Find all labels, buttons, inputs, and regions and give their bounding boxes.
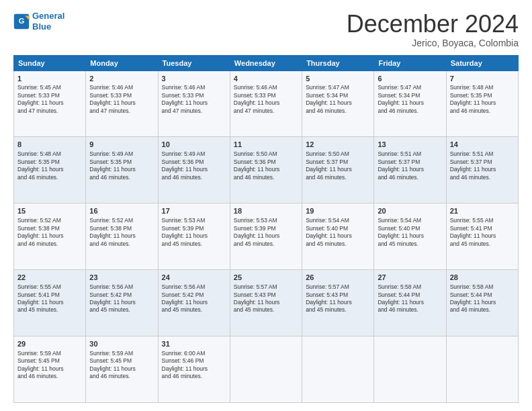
day-info: Daylight: 11 hours (378, 166, 442, 173)
day-info: Sunrise: 5:59 AM (89, 350, 154, 357)
calendar-table: SundayMondayTuesdayWednesdayThursdayFrid… (13, 55, 519, 403)
day-info: and 45 minutes. (306, 240, 370, 248)
day-info: Sunset: 5:44 PM (450, 291, 515, 299)
calendar-cell: 30Sunrise: 5:59 AMSunset: 5:45 PMDayligh… (86, 336, 158, 403)
calendar-cell (374, 336, 446, 403)
calendar-cell (302, 336, 374, 403)
calendar-cell: 24Sunrise: 5:56 AMSunset: 5:42 PMDayligh… (158, 270, 230, 336)
day-info: Daylight: 11 hours (17, 99, 82, 107)
day-info: Sunset: 5:40 PM (306, 225, 370, 232)
calendar-cell: 19Sunrise: 5:54 AMSunset: 5:40 PMDayligh… (302, 203, 374, 270)
day-number: 31 (162, 339, 226, 349)
day-info: Daylight: 11 hours (306, 232, 370, 240)
day-info: and 46 minutes. (17, 240, 82, 248)
day-info: Daylight: 11 hours (378, 232, 442, 240)
day-info: Sunrise: 5:57 AM (306, 283, 370, 291)
day-info: Sunset: 5:41 PM (17, 291, 82, 299)
day-info: Sunset: 5:33 PM (17, 92, 82, 99)
day-info: Sunset: 5:37 PM (450, 158, 515, 166)
day-info: and 46 minutes. (450, 306, 515, 314)
day-number: 1 (17, 74, 82, 84)
day-info: Daylight: 11 hours (450, 99, 515, 107)
day-info: Sunset: 5:41 PM (450, 225, 515, 232)
day-info: Daylight: 11 hours (234, 99, 298, 107)
day-number: 2 (89, 74, 154, 84)
day-info: Sunrise: 5:56 AM (89, 283, 154, 291)
day-number: 6 (378, 74, 442, 84)
day-info: Sunrise: 5:53 AM (234, 217, 298, 224)
day-info: and 47 minutes. (17, 107, 82, 115)
calendar-cell: 23Sunrise: 5:56 AMSunset: 5:42 PMDayligh… (86, 270, 158, 336)
day-info: Sunset: 5:33 PM (162, 92, 226, 99)
day-number: 3 (162, 74, 226, 84)
calendar-cell: 13Sunrise: 5:51 AMSunset: 5:37 PMDayligh… (374, 137, 446, 203)
day-info: Daylight: 11 hours (89, 99, 154, 107)
day-info: Daylight: 11 hours (378, 99, 442, 107)
day-info: Daylight: 11 hours (17, 166, 82, 173)
day-info: and 46 minutes. (306, 107, 370, 115)
weekday-header-monday: Monday (86, 55, 158, 71)
day-info: and 46 minutes. (162, 174, 226, 181)
main-title: December 2024 (347, 11, 519, 38)
day-info: Daylight: 11 hours (234, 166, 298, 173)
logo: G General Blue (13, 11, 64, 32)
day-info: Daylight: 11 hours (162, 99, 226, 107)
day-info: and 45 minutes. (89, 306, 154, 314)
day-info: Sunrise: 5:58 AM (450, 283, 515, 291)
day-info: and 45 minutes. (234, 306, 298, 314)
day-info: Sunset: 5:44 PM (378, 291, 442, 299)
day-info: Daylight: 11 hours (89, 232, 154, 240)
day-info: Sunset: 5:35 PM (450, 92, 515, 99)
weekday-header-tuesday: Tuesday (158, 55, 230, 71)
day-number: 26 (306, 273, 370, 283)
day-info: Daylight: 11 hours (234, 232, 298, 240)
day-info: Sunset: 5:36 PM (234, 158, 298, 166)
calendar-cell: 25Sunrise: 5:57 AMSunset: 5:43 PMDayligh… (230, 270, 302, 336)
day-info: Sunrise: 5:48 AM (450, 84, 515, 91)
day-number: 28 (450, 273, 515, 283)
day-number: 8 (17, 140, 82, 150)
day-info: Sunrise: 5:50 AM (306, 150, 370, 158)
calendar-cell: 16Sunrise: 5:52 AMSunset: 5:38 PMDayligh… (86, 203, 158, 270)
day-info: and 46 minutes. (234, 174, 298, 181)
day-number: 13 (378, 140, 442, 150)
day-info: and 46 minutes. (450, 107, 515, 115)
day-info: Sunset: 5:33 PM (89, 92, 154, 99)
day-info: Daylight: 11 hours (162, 166, 226, 173)
day-info: Sunset: 5:40 PM (378, 225, 442, 232)
day-number: 20 (378, 206, 442, 216)
day-info: Daylight: 11 hours (234, 299, 298, 306)
day-number: 23 (89, 273, 154, 283)
day-info: Sunrise: 5:56 AM (162, 283, 226, 291)
calendar-cell: 21Sunrise: 5:55 AMSunset: 5:41 PMDayligh… (446, 203, 518, 270)
day-info: and 45 minutes. (378, 240, 442, 248)
day-info: Sunset: 5:43 PM (306, 291, 370, 299)
day-number: 5 (306, 74, 370, 84)
day-info: Sunset: 5:35 PM (17, 158, 82, 166)
day-number: 14 (450, 140, 515, 150)
week-row-5: 29Sunrise: 5:59 AMSunset: 5:45 PMDayligh… (14, 336, 519, 403)
day-info: Sunrise: 5:52 AM (89, 217, 154, 224)
day-info: Sunrise: 5:49 AM (162, 150, 226, 158)
day-info: and 46 minutes. (89, 373, 154, 380)
day-info: and 47 minutes. (89, 107, 154, 115)
day-info: Daylight: 11 hours (89, 299, 154, 306)
day-info: and 46 minutes. (378, 107, 442, 115)
day-info: and 45 minutes. (162, 240, 226, 248)
day-number: 15 (17, 206, 82, 216)
day-info: Daylight: 11 hours (17, 232, 82, 240)
day-info: Sunset: 5:38 PM (89, 225, 154, 232)
day-info: Daylight: 11 hours (450, 299, 515, 306)
calendar-cell: 8Sunrise: 5:48 AMSunset: 5:35 PMDaylight… (14, 137, 86, 203)
weekday-header-friday: Friday (374, 55, 446, 71)
calendar-cell: 29Sunrise: 5:59 AMSunset: 5:45 PMDayligh… (14, 336, 86, 403)
day-info: and 45 minutes. (450, 240, 515, 248)
day-info: Sunset: 5:42 PM (89, 291, 154, 299)
weekday-header-saturday: Saturday (446, 55, 518, 71)
weekday-header-sunday: Sunday (14, 55, 86, 71)
calendar-cell: 3Sunrise: 5:46 AMSunset: 5:33 PMDaylight… (158, 71, 230, 137)
day-number: 21 (450, 206, 515, 216)
day-info: and 45 minutes. (306, 306, 370, 314)
day-info: Sunrise: 5:48 AM (17, 150, 82, 158)
calendar-cell (230, 336, 302, 403)
